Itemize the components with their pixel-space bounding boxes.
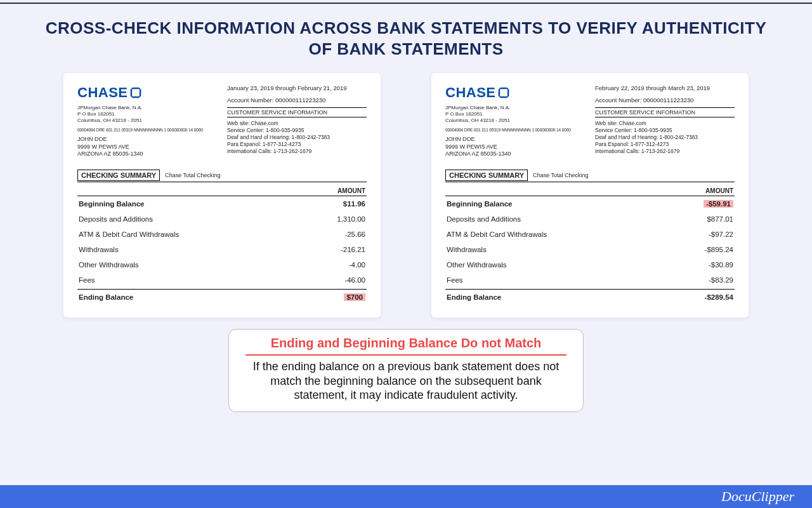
logo-row: CHASE	[77, 84, 217, 101]
row-amount: -46.00	[315, 276, 365, 284]
svg-marker-2	[131, 97, 140, 98]
row-amount: -$895.24	[683, 246, 733, 253]
amount-column-header: AMOUNT	[445, 187, 735, 196]
summary-row: Beginning Balance-$59.91	[445, 196, 735, 211]
row-amount: -$59.91	[683, 200, 733, 208]
row-label: Beginning Balance	[79, 200, 315, 208]
chase-octagon-icon	[497, 86, 510, 99]
bank-logo-text: CHASE	[445, 84, 496, 101]
checking-summary-subtitle: Chase Total Checking	[165, 172, 220, 178]
statement-period: February 22, 2019 through March 23, 2019	[595, 84, 735, 91]
customer-service-info: Web site: Chase.comService Center: 1-800…	[595, 120, 735, 155]
customer-service-info: Web site: Chase.comService Center: 1-800…	[227, 120, 367, 155]
account-number: Account Number: 000000111223230	[595, 97, 735, 104]
routing-micro-line: 00004084 DRE 601 211 05319 NNNNNNNNNN 1 …	[77, 128, 217, 132]
statement-period: January 23, 2019 through February 21, 20…	[227, 84, 367, 91]
customer-address: JOHN DOE9999 W PEWIS AVEARIZONA AZ 85035…	[445, 136, 585, 158]
row-label: Withdrawals	[447, 246, 683, 253]
top-rule	[0, 3, 812, 4]
row-amount: -4.00	[315, 261, 365, 269]
row-label: Beginning Balance	[447, 200, 683, 208]
svg-marker-6	[499, 97, 508, 98]
amount-column-header: AMOUNT	[77, 187, 367, 196]
bank-address: JPMorgan Chase Bank, N.A.P O Box 182051C…	[77, 105, 217, 124]
summary-row: Withdrawals-216.21	[77, 242, 367, 257]
logo-row: CHASE	[445, 84, 585, 101]
page-title: CROSS-CHECK INFORMATION ACROSS BANK STAT…	[0, 0, 812, 59]
callout-title: Ending and Beginning Balance Do not Matc…	[246, 336, 566, 353]
customer-service-header: CUSTOMER SERVICE INFORMATION	[227, 107, 367, 117]
statements-container: CHASEJPMorgan Chase Bank, N.A.P O Box 18…	[0, 73, 812, 318]
row-amount: -25.66	[315, 231, 365, 238]
svg-marker-0	[131, 88, 140, 90]
checking-summary-title: CHECKING SUMMARY	[77, 170, 160, 181]
row-amount: $11.96	[315, 200, 365, 208]
row-amount: $877.01	[683, 215, 733, 223]
svg-marker-7	[498, 88, 500, 98]
bank-statement: CHASEJPMorgan Chase Bank, N.A.P O Box 18…	[63, 73, 381, 318]
callout-body: If the ending balance on a previous bank…	[246, 359, 566, 403]
row-label: Ending Balance	[79, 293, 315, 301]
bank-statement: CHASEJPMorgan Chase Bank, N.A.P O Box 18…	[431, 73, 749, 318]
summary-row: ATM & Debit Card Withdrawals-$97.22	[445, 227, 735, 242]
row-amount: -$30.89	[683, 261, 733, 269]
svg-marker-1	[139, 88, 141, 98]
row-label: ATM & Debit Card Withdrawals	[79, 231, 315, 238]
account-number: Account Number: 000000111223230	[227, 97, 367, 104]
footer-bar: DocuClipper	[0, 485, 812, 508]
chase-octagon-icon	[129, 86, 142, 99]
ending-balance-row: Ending Balance-$289.54	[445, 289, 735, 305]
row-amount: -$97.22	[683, 231, 733, 238]
highlighted-amount: -$59.91	[704, 200, 733, 208]
summary-row: Fees-$83.29	[445, 272, 735, 288]
summary-row: Other Withdrawals-$30.89	[445, 257, 735, 272]
highlighted-amount: $700	[344, 293, 365, 301]
row-label: Other Withdrawals	[447, 261, 683, 269]
row-amount: -216.21	[315, 246, 365, 253]
row-label: Fees	[79, 276, 315, 284]
row-label: Deposits and Additions	[447, 215, 683, 223]
callout-box: Ending and Beginning Balance Do not Matc…	[228, 329, 584, 412]
summary-row: Other Withdrawals-4.00	[77, 257, 367, 272]
row-label: Ending Balance	[447, 293, 683, 301]
row-label: Fees	[447, 276, 683, 284]
summary-row: ATM & Debit Card Withdrawals-25.66	[77, 227, 367, 242]
ending-balance-row: Ending Balance$700	[77, 289, 367, 305]
checking-summary-subtitle: Chase Total Checking	[533, 172, 588, 178]
svg-marker-3	[130, 88, 132, 98]
row-amount: $700	[315, 293, 365, 301]
customer-address: JOHN DOE9999 W PEWIS AVEARIZONA AZ 85035…	[77, 136, 217, 158]
footer-brand: DocuClipper	[721, 488, 794, 505]
summary-row: Beginning Balance$11.96	[77, 196, 367, 211]
summary-row: Withdrawals-$895.24	[445, 242, 735, 257]
row-amount: -$289.54	[683, 293, 733, 301]
bank-address: JPMorgan Chase Bank, N.A.P O Box 182051C…	[445, 105, 585, 124]
row-amount: -$83.29	[683, 276, 733, 284]
checking-summary-title: CHECKING SUMMARY	[445, 170, 528, 181]
summary-row: Deposits and Additions1,310.00	[77, 211, 367, 227]
bank-logo-text: CHASE	[77, 84, 128, 101]
callout-rule	[246, 354, 566, 356]
row-label: ATM & Debit Card Withdrawals	[447, 231, 683, 238]
row-amount: 1,310.00	[315, 215, 365, 223]
customer-service-header: CUSTOMER SERVICE INFORMATION	[595, 107, 735, 117]
svg-marker-4	[499, 88, 508, 90]
summary-row: Fees-46.00	[77, 272, 367, 288]
routing-micro-line: 00004084 DRE 601 211 05319 NNNNNNNNNN 1 …	[445, 128, 585, 132]
row-label: Deposits and Additions	[79, 215, 315, 223]
svg-marker-5	[507, 88, 509, 98]
row-label: Other Withdrawals	[79, 261, 315, 269]
summary-row: Deposits and Additions$877.01	[445, 211, 735, 227]
row-label: Withdrawals	[79, 246, 315, 253]
